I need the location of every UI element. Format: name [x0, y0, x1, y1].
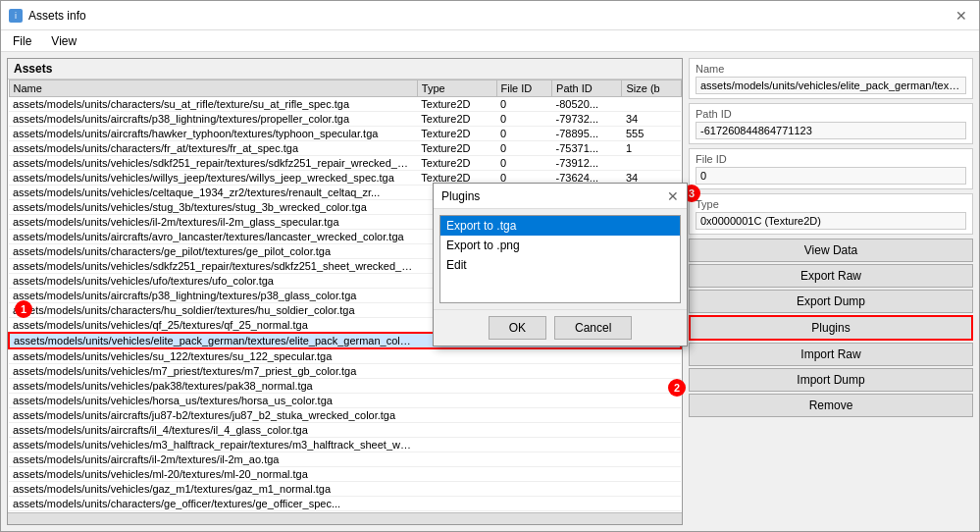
table-row[interactable]: assets/models/units/aircrafts/hawker_typ…: [9, 127, 681, 141]
table-row[interactable]: assets/models/units/vehicles/su_122/text…: [9, 348, 681, 364]
cell-name: assets/models/units/vehicles/ufo/texture…: [9, 274, 417, 289]
title-bar: i Assets info ✕: [1, 1, 979, 30]
table-row[interactable]: assets/models/units/aircrafts/il-2m/text…: [9, 452, 681, 467]
table-row[interactable]: assets/models/units/vehicles/gaz_m1/text…: [9, 482, 681, 497]
cell-name: assets/models/units/aircrafts/p38_lightn…: [9, 112, 417, 127]
view-data-button[interactable]: View Data: [689, 239, 973, 262]
table-row[interactable]: assets/models/units/vehicles/horsa_us/te…: [9, 394, 681, 408]
right-buttons: View DataExport RawExport DumpPluginsImp…: [689, 239, 973, 419]
cell-name: assets/models/units/vehicles/elite_pack_…: [9, 333, 417, 348]
cell-file_id: [496, 348, 552, 364]
plugin-list-item[interactable]: Export to .png: [440, 236, 680, 255]
cell-size: 555: [622, 127, 681, 141]
import-raw-button[interactable]: Import Raw: [689, 343, 973, 366]
cell-path_id: [552, 408, 622, 423]
cell-name: assets/models/units/vehicles/stug_3b/tex…: [9, 200, 417, 215]
cell-file_id: [496, 379, 552, 394]
import-dump-button[interactable]: Import Dump: [689, 368, 973, 392]
dialog-title: Plugins: [441, 189, 480, 203]
col-path-id[interactable]: Path ID: [552, 80, 622, 97]
cell-type: [417, 497, 496, 511]
cell-type: [417, 364, 496, 379]
cell-path_id: [552, 423, 622, 438]
table-row[interactable]: assets/models/units/vehicles/pak38/textu…: [9, 379, 681, 394]
col-size[interactable]: Size (b: [622, 80, 681, 97]
cell-file_id: [496, 438, 552, 452]
cell-name: assets/models/units/vehicles/m3_halftrac…: [9, 438, 417, 452]
plugins-list[interactable]: Export to .tgaExport to .pngEdit: [439, 215, 681, 303]
plugins-button[interactable]: Plugins: [689, 315, 973, 341]
cell-type: Texture2D: [417, 127, 496, 141]
cell-file_id: 0: [496, 97, 552, 112]
cell-name: assets/models/units/vehicles/ml-20/textu…: [9, 467, 417, 482]
cell-path_id: [552, 438, 622, 452]
name-group: Name assets/models/units/vehicles/elite_…: [689, 58, 973, 99]
table-row[interactable]: assets/models/units/aircrafts/p38_lightn…: [9, 112, 681, 127]
plugin-list-item[interactable]: Edit: [440, 255, 680, 275]
dialog-cancel-button[interactable]: Cancel: [554, 316, 632, 340]
cell-size: [622, 408, 681, 423]
cell-file_id: 0: [496, 141, 552, 156]
cell-name: assets/models/units/aircrafts/hawker_typ…: [9, 127, 417, 141]
cell-file_id: [496, 467, 552, 482]
cell-name: assets/models/units/vehicles/horsa_us/te…: [9, 394, 417, 408]
dialog-footer: OK Cancel: [434, 309, 687, 346]
table-row[interactable]: assets/models/units/vehicles/sdkf251_rep…: [9, 156, 681, 171]
cell-name: assets/models/units/characters/fr_at/tex…: [9, 141, 417, 156]
cell-file_id: [496, 423, 552, 438]
cell-name: assets/models/units/vehicles/il-2m/textu…: [9, 215, 417, 230]
close-button[interactable]: ✕: [952, 6, 971, 26]
cell-name: assets/models/units/vehicles/celtaque_19…: [9, 186, 417, 200]
cell-type: Texture2D: [417, 156, 496, 171]
remove-button[interactable]: Remove: [689, 394, 973, 417]
cell-size: [622, 156, 681, 171]
cell-name: assets/models/units/vehicles/pak38/textu…: [9, 379, 417, 394]
cell-type: [417, 423, 496, 438]
plugin-list-item[interactable]: Export to .tga: [440, 216, 680, 236]
table-row[interactable]: assets/models/units/characters/ge_office…: [9, 497, 681, 511]
cell-path_id: [552, 364, 622, 379]
cell-size: [622, 97, 681, 112]
col-type[interactable]: Type: [417, 80, 496, 97]
table-row[interactable]: assets/models/units/aircrafts/ju87-b2/te…: [9, 408, 681, 423]
dialog-ok-button[interactable]: OK: [489, 316, 546, 340]
annotation-2: 2: [668, 379, 686, 397]
cell-name: assets/models/units/vehicles/gaz_m1/text…: [9, 482, 417, 497]
cell-name: assets/models/units/characters/ge_office…: [9, 497, 417, 511]
file-id-label: File ID: [696, 153, 966, 165]
cell-file_id: 0: [496, 156, 552, 171]
cell-size: [622, 348, 681, 364]
table-row[interactable]: assets/models/units/vehicles/ml-20/textu…: [9, 467, 681, 482]
cell-name: assets/models/units/aircrafts/avro_lanca…: [9, 230, 417, 244]
cell-file_id: [496, 364, 552, 379]
cell-path_id: -80520...: [552, 97, 622, 112]
path-id-group: Path ID -617260844864771123: [689, 103, 973, 144]
cell-type: [417, 348, 496, 364]
file-id-group: File ID 0: [689, 148, 973, 189]
cell-path_id: [552, 379, 622, 394]
cell-file_id: 0: [496, 112, 552, 127]
cell-name: assets/models/units/vehicles/su_122/text…: [9, 348, 417, 364]
cell-file_id: [496, 452, 552, 467]
table-row[interactable]: assets/models/units/aircrafts/il_4/textu…: [9, 423, 681, 438]
cell-type: Texture2D: [417, 97, 496, 112]
window-title: Assets info: [28, 9, 86, 23]
dialog-close-button[interactable]: ✕: [667, 188, 679, 204]
name-label: Name: [696, 63, 966, 75]
export-dump-button[interactable]: Export Dump: [689, 290, 973, 313]
table-row[interactable]: assets/models/units/vehicles/m7_priest/t…: [9, 364, 681, 379]
cell-size: [622, 423, 681, 438]
dialog-title-bar: Plugins ✕: [434, 184, 687, 209]
cell-size: [622, 497, 681, 511]
cell-type: Texture2D: [417, 112, 496, 127]
col-name[interactable]: Name: [9, 80, 417, 97]
horizontal-scrollbar[interactable]: [8, 512, 682, 524]
menu-file[interactable]: File: [9, 32, 35, 50]
table-row[interactable]: assets/models/units/characters/su_at_rif…: [9, 97, 681, 112]
table-row[interactable]: assets/models/units/vehicles/m3_halftrac…: [9, 438, 681, 452]
table-row[interactable]: assets/models/units/characters/fr_at/tex…: [9, 141, 681, 156]
cell-path_id: -73912...: [552, 156, 622, 171]
col-file-id[interactable]: File ID: [496, 80, 552, 97]
export-raw-button[interactable]: Export Raw: [689, 264, 973, 288]
menu-view[interactable]: View: [47, 32, 80, 50]
